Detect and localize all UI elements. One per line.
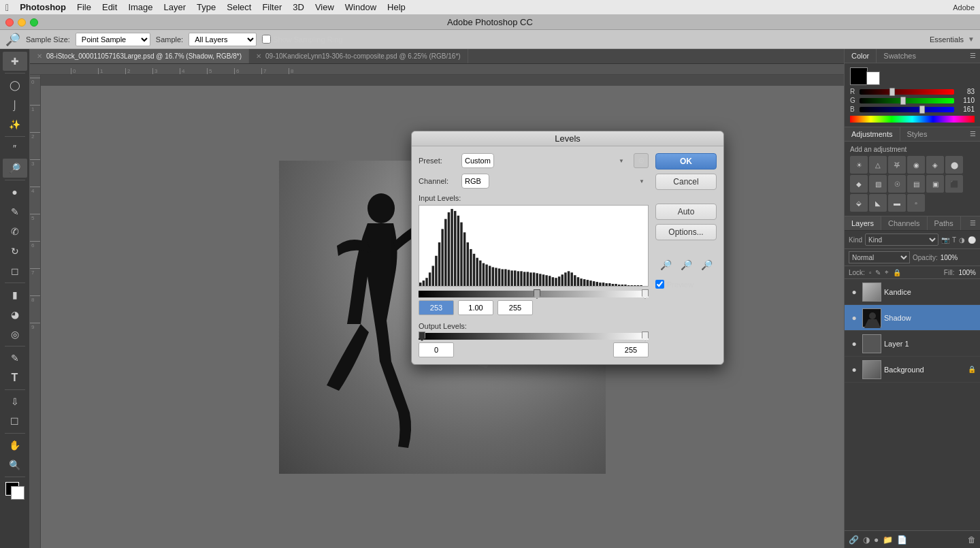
vibrance-adj[interactable]: ◈ xyxy=(926,156,944,174)
dodge-tool[interactable]: ◎ xyxy=(3,325,27,344)
styles-tab[interactable]: Styles xyxy=(900,127,934,141)
layers-tab[interactable]: Layers xyxy=(845,216,881,230)
maximize-button[interactable] xyxy=(30,18,38,27)
menu-file[interactable]: File xyxy=(77,2,91,12)
history-brush-tool[interactable]: ↻ xyxy=(3,242,27,261)
layer-item-shadow[interactable]: ● Shadow xyxy=(845,305,980,331)
input-max-field[interactable] xyxy=(497,300,533,315)
layer-kandice-eye[interactable]: ● xyxy=(849,287,860,297)
threshold-adj[interactable]: ◣ xyxy=(869,194,887,212)
b-slider-handle[interactable] xyxy=(919,106,925,114)
menu-layer[interactable]: Layer xyxy=(164,2,186,12)
ok-button[interactable]: OK xyxy=(655,153,717,170)
pen-tool[interactable]: ✎ xyxy=(3,349,27,368)
lock-position-icon[interactable]: ⌖ xyxy=(885,268,889,276)
g-slider[interactable] xyxy=(860,98,954,103)
background-color[interactable] xyxy=(11,486,24,500)
auto-button[interactable]: Auto xyxy=(655,204,717,220)
layer-background-eye[interactable]: ● xyxy=(849,364,860,375)
paths-tab[interactable]: Paths xyxy=(928,216,961,230)
layers-panel-menu[interactable]: ☰ xyxy=(966,216,980,230)
output-min-field[interactable] xyxy=(419,342,454,357)
hand-tool[interactable]: ✋ xyxy=(3,436,27,455)
spectrum-bar[interactable] xyxy=(850,116,975,123)
zoom-tool[interactable]: 🔍 xyxy=(3,455,27,474)
eraser-tool[interactable]: ◻ xyxy=(3,261,27,280)
gradient-tool[interactable]: ▮ xyxy=(3,285,27,304)
lock-all-icon[interactable]: 🔒 xyxy=(893,269,901,276)
sampling-ring-check[interactable] xyxy=(262,35,271,44)
input-slider-track[interactable] xyxy=(419,291,649,297)
layer-item-kandice[interactable]: ● Kandice xyxy=(845,279,980,305)
channel-select[interactable]: RGB Red Green Blue xyxy=(461,174,489,189)
layer-shadow-eye[interactable]: ● xyxy=(849,312,860,323)
menu-image[interactable]: Image xyxy=(128,2,152,12)
adj-panel-menu[interactable]: ☰ xyxy=(966,127,980,141)
color-lookup-adj[interactable]: ▣ xyxy=(926,175,944,193)
color-tab[interactable]: Color xyxy=(845,49,877,63)
cancel-button[interactable]: Cancel xyxy=(655,174,717,190)
menu-3d[interactable]: 3D xyxy=(293,2,304,12)
background-swatch[interactable] xyxy=(866,71,880,85)
swatches-tab[interactable]: Swatches xyxy=(877,49,923,63)
output-slider-track[interactable] xyxy=(419,333,649,340)
shape-tool[interactable]: ☐ xyxy=(3,412,27,431)
link-layers-button[interactable]: 🔗 xyxy=(849,535,859,545)
sample-size-select[interactable]: Point Sample xyxy=(76,33,150,46)
levels-adj[interactable]: △ xyxy=(869,156,887,174)
input-highlight-handle[interactable] xyxy=(642,289,649,299)
add-style-button[interactable]: ◑ xyxy=(863,535,870,545)
layer-layer1-eye[interactable]: ● xyxy=(849,338,860,349)
sample-select[interactable]: All Layers xyxy=(189,33,257,46)
input-midtone-handle[interactable] xyxy=(534,289,540,299)
essentials-dropdown-icon[interactable]: ▼ xyxy=(968,35,975,43)
menu-filter[interactable]: Filter xyxy=(262,2,282,12)
new-layer-button[interactable]: 📄 xyxy=(897,535,907,545)
move-tool[interactable]: ✚ xyxy=(3,52,27,71)
text-filter-icon[interactable]: T xyxy=(952,236,956,244)
kind-select[interactable]: Kind xyxy=(865,233,938,246)
bw-adj[interactable]: ▧ xyxy=(869,175,887,193)
crop-tool[interactable]: ″ xyxy=(3,139,27,158)
brush-tool[interactable]: ✎ xyxy=(3,202,27,221)
blend-mode-select[interactable]: Normal xyxy=(849,251,910,263)
g-slider-handle[interactable] xyxy=(900,97,906,105)
shape-filter-icon[interactable]: ◑ xyxy=(959,236,965,244)
smart-filter-icon[interactable]: ⚪ xyxy=(968,236,976,244)
filter-icon[interactable]: 📷 xyxy=(941,236,949,244)
show-sampling-ring-checkbox[interactable]: Show Sampling Ring xyxy=(262,35,342,44)
marquee-tool[interactable]: ◯ xyxy=(3,76,27,95)
hsl-adj[interactable]: ⬤ xyxy=(945,156,963,174)
close-button[interactable] xyxy=(5,18,14,27)
selective-color-adj[interactable]: ▫ xyxy=(907,194,925,212)
gradient-map-adj[interactable]: ▬ xyxy=(888,194,906,212)
lock-paint-icon[interactable]: ✎ xyxy=(875,269,881,276)
path-selection-tool[interactable]: ⇩ xyxy=(3,392,27,411)
foreground-swatch[interactable] xyxy=(850,67,868,85)
input-gamma-field[interactable] xyxy=(458,300,493,315)
channel-mixer-adj[interactable]: ▤ xyxy=(907,175,925,193)
curves-adj[interactable]: ⛧ xyxy=(888,156,906,174)
layer-item-layer1[interactable]: ● Layer 1 xyxy=(845,331,980,357)
output-max-field[interactable] xyxy=(613,342,649,357)
input-min-field[interactable] xyxy=(419,300,454,315)
adjustments-tab[interactable]: Adjustments xyxy=(845,127,900,141)
menu-help[interactable]: Help xyxy=(387,2,406,12)
exposure-adj[interactable]: ◉ xyxy=(907,156,925,174)
posterize-adj[interactable]: ⬙ xyxy=(850,194,868,212)
eyedropper-tool[interactable]: 🔎 xyxy=(3,159,27,178)
menu-photoshop[interactable]: Photoshop xyxy=(20,2,66,12)
photo-filter-adj[interactable]: ☉ xyxy=(888,175,906,193)
white-eyedropper-button[interactable]: 🔎 xyxy=(698,257,715,273)
r-slider[interactable] xyxy=(860,89,954,95)
options-button[interactable]: Options... xyxy=(655,224,717,240)
settings-gear-button[interactable]: ⚙ xyxy=(634,153,649,168)
clone-tool[interactable]: ✆ xyxy=(3,222,27,241)
brightness-contrast-adj[interactable]: ☀ xyxy=(850,156,868,174)
r-slider-handle[interactable] xyxy=(889,88,895,96)
menu-select[interactable]: Select xyxy=(227,2,251,12)
lock-transparent-icon[interactable]: ▫ xyxy=(869,269,872,276)
gray-eyedropper-button[interactable]: 🔎 xyxy=(678,257,694,273)
preview-checkbox[interactable] xyxy=(655,280,664,289)
color-swatch[interactable] xyxy=(4,482,26,500)
